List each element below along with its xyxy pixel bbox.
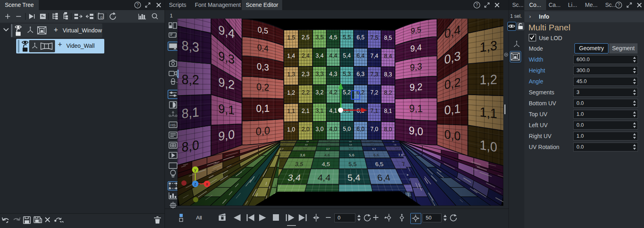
- svg-text:G: G: [100, 15, 103, 19]
- svg-text:6,7: 6,7: [372, 148, 376, 150]
- svg-text:4,5: 4,5: [329, 34, 337, 40]
- svg-text:3,0: 3,0: [316, 126, 324, 132]
- svg-text:5,7: 5,7: [349, 148, 353, 150]
- svg-text:4,4: 4,4: [329, 52, 337, 59]
- svg-text:5,8: 5,8: [349, 141, 352, 143]
- svg-text:4,3: 4,3: [329, 70, 337, 77]
- svg-text:5,4: 5,4: [347, 173, 361, 182]
- svg-text:5,0: 5,0: [349, 144, 352, 146]
- svg-text:4,4: 4,4: [317, 173, 331, 182]
- svg-text:3,5: 3,5: [316, 34, 324, 40]
- svg-text:3,4: 3,4: [316, 52, 324, 59]
- svg-text:5,5: 5,5: [343, 34, 351, 40]
- svg-text:4,5: 4,5: [322, 161, 330, 167]
- svg-text:i: i: [175, 34, 176, 38]
- svg-text:7,2: 7,2: [370, 89, 378, 96]
- svg-text:4,1: 4,1: [329, 107, 337, 114]
- svg-text:3,5: 3,5: [295, 161, 304, 167]
- svg-text:2,0: 2,0: [302, 126, 310, 133]
- svg-text:6,0: 6,0: [357, 126, 365, 132]
- svg-text:5,0: 5,0: [343, 126, 351, 132]
- svg-text:6,5: 6,5: [357, 34, 365, 41]
- svg-text:8,5: 8,5: [384, 34, 392, 41]
- svg-text:8,3: 8,3: [384, 71, 392, 78]
- svg-text:1,5: 1,5: [287, 34, 295, 41]
- svg-text:4,0: 4,0: [327, 144, 330, 146]
- svg-text:2,1: 2,1: [302, 107, 310, 114]
- svg-text:1,2: 1,2: [287, 89, 295, 96]
- svg-text:?: ?: [618, 3, 620, 7]
- svg-text:5,3: 5,3: [343, 70, 351, 77]
- svg-text:3,3: 3,3: [316, 70, 324, 77]
- svg-text:6,0: 6,0: [372, 144, 374, 146]
- svg-text:3,4: 3,4: [287, 173, 302, 182]
- svg-text:5,4: 5,4: [343, 52, 351, 59]
- svg-text:HS: HS: [170, 123, 175, 127]
- svg-text:3,0: 3,0: [305, 144, 308, 146]
- svg-text:5,5: 5,5: [348, 161, 357, 167]
- svg-text:5,6: 5,6: [349, 153, 355, 157]
- svg-text:4,2: 4,2: [329, 89, 337, 95]
- svg-text:1,4: 1,4: [287, 52, 295, 59]
- svg-text:8,0: 8,0: [384, 126, 392, 132]
- svg-text:8,4: 8,4: [384, 53, 392, 60]
- svg-text:2,4: 2,4: [302, 52, 310, 59]
- svg-text:7,1: 7,1: [370, 107, 378, 114]
- svg-text:4,8: 4,8: [328, 141, 331, 143]
- svg-text:z: z: [194, 182, 196, 186]
- svg-text:?: ?: [137, 3, 139, 7]
- svg-text:2,5: 2,5: [302, 34, 310, 41]
- svg-text:1,0: 1,0: [287, 126, 295, 133]
- svg-text:x: x: [206, 182, 208, 186]
- svg-text:2,2: 2,2: [302, 89, 310, 96]
- svg-text:y: y: [194, 168, 196, 172]
- svg-text:3,6: 3,6: [300, 153, 306, 157]
- svg-text:?: ?: [476, 3, 478, 7]
- svg-text:1,3: 1,3: [287, 71, 295, 78]
- svg-text:8,2: 8,2: [384, 89, 392, 96]
- svg-text:6,3: 6,3: [357, 70, 365, 77]
- svg-text:3,2: 3,2: [316, 89, 324, 96]
- svg-text:6,5: 6,5: [375, 161, 384, 167]
- svg-text:All: All: [196, 215, 202, 221]
- svg-text:4,7: 4,7: [326, 148, 330, 150]
- svg-text:6,2: 6,2: [357, 89, 365, 96]
- svg-text:6,6: 6,6: [373, 153, 379, 157]
- svg-text:6,4: 6,4: [357, 52, 365, 59]
- svg-text:7,5: 7,5: [370, 34, 378, 41]
- svg-text:5,2: 5,2: [343, 89, 351, 95]
- svg-text:7,4: 7,4: [370, 52, 378, 59]
- svg-text:2,3: 2,3: [302, 70, 310, 77]
- svg-text:3,1: 3,1: [316, 107, 324, 114]
- svg-text:1,1: 1,1: [287, 108, 295, 115]
- svg-text:8,1: 8,1: [384, 107, 392, 114]
- svg-text:7,3: 7,3: [370, 71, 378, 78]
- svg-text:7,0: 7,0: [370, 126, 378, 132]
- svg-text:3,7: 3,7: [303, 148, 307, 150]
- svg-text:4,0: 4,0: [329, 126, 337, 132]
- svg-text:4,6: 4,6: [324, 153, 330, 157]
- svg-text:6,4: 6,4: [376, 173, 391, 182]
